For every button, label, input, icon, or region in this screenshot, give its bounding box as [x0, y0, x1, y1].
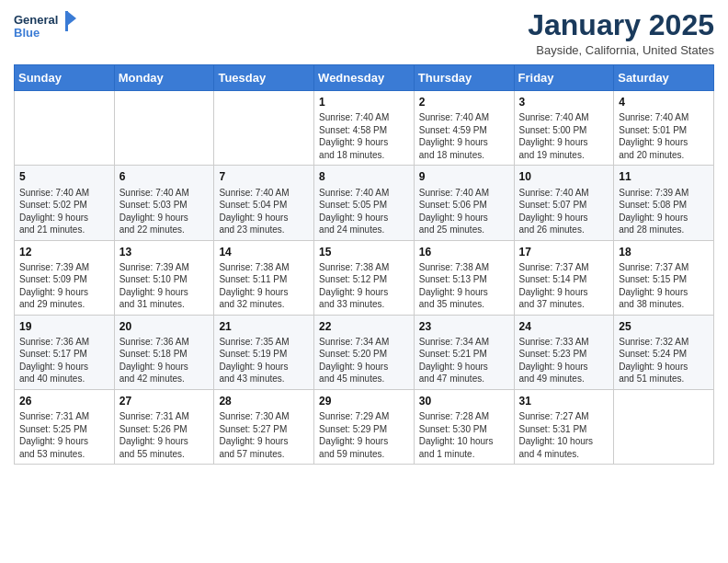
- week-row-1: 1Sunrise: 7:40 AM Sunset: 4:58 PM Daylig…: [15, 91, 714, 166]
- calendar-cell: 22Sunrise: 7:34 AM Sunset: 5:20 PM Dayli…: [314, 315, 415, 389]
- calendar-cell: 24Sunrise: 7:33 AM Sunset: 5:23 PM Dayli…: [514, 315, 614, 389]
- month-title: January 2025: [528, 9, 714, 41]
- day-number: 6: [119, 169, 210, 184]
- day-info: Sunrise: 7:31 AM Sunset: 5:26 PM Dayligh…: [119, 410, 210, 460]
- day-info: Sunrise: 7:39 AM Sunset: 5:08 PM Dayligh…: [619, 187, 709, 236]
- day-info: Sunrise: 7:38 AM Sunset: 5:11 PM Dayligh…: [219, 261, 309, 311]
- weekday-header-wednesday: Wednesday: [314, 65, 415, 91]
- day-info: Sunrise: 7:34 AM Sunset: 5:20 PM Dayligh…: [319, 336, 409, 385]
- day-info: Sunrise: 7:39 AM Sunset: 5:09 PM Dayligh…: [19, 261, 109, 311]
- day-number: 8: [319, 169, 409, 184]
- day-info: Sunrise: 7:28 AM Sunset: 5:30 PM Dayligh…: [419, 410, 509, 460]
- title-block: January 2025 Bayside, California, United…: [528, 9, 714, 57]
- day-info: Sunrise: 7:30 AM Sunset: 5:27 PM Dayligh…: [219, 410, 309, 460]
- day-info: Sunrise: 7:34 AM Sunset: 5:21 PM Dayligh…: [419, 336, 509, 385]
- day-number: 4: [619, 95, 709, 109]
- day-number: 1: [319, 95, 409, 109]
- weekday-header-friday: Friday: [514, 65, 614, 91]
- week-row-3: 12Sunrise: 7:39 AM Sunset: 5:09 PM Dayli…: [15, 240, 714, 315]
- day-info: Sunrise: 7:35 AM Sunset: 5:19 PM Dayligh…: [219, 336, 309, 385]
- calendar-cell: [114, 91, 214, 166]
- calendar-cell: [15, 91, 115, 166]
- calendar-cell: 27Sunrise: 7:31 AM Sunset: 5:26 PM Dayli…: [114, 389, 214, 464]
- day-info: Sunrise: 7:40 AM Sunset: 5:03 PM Dayligh…: [119, 187, 210, 236]
- calendar-cell: 13Sunrise: 7:39 AM Sunset: 5:10 PM Dayli…: [114, 240, 214, 315]
- week-row-2: 5Sunrise: 7:40 AM Sunset: 5:02 PM Daylig…: [15, 166, 714, 240]
- svg-marker-2: [67, 11, 76, 26]
- day-number: 30: [419, 394, 509, 408]
- day-info: Sunrise: 7:37 AM Sunset: 5:14 PM Dayligh…: [519, 261, 609, 311]
- location: Bayside, California, United States: [528, 43, 714, 57]
- calendar-cell: 8Sunrise: 7:40 AM Sunset: 5:05 PM Daylig…: [314, 166, 415, 240]
- calendar-cell: 18Sunrise: 7:37 AM Sunset: 5:15 PM Dayli…: [614, 240, 714, 315]
- day-info: Sunrise: 7:31 AM Sunset: 5:25 PM Dayligh…: [19, 410, 109, 460]
- day-number: 19: [19, 319, 109, 334]
- weekday-header-monday: Monday: [114, 65, 214, 91]
- day-info: Sunrise: 7:40 AM Sunset: 5:06 PM Dayligh…: [419, 187, 509, 236]
- calendar: SundayMondayTuesdayWednesdayThursdayFrid…: [14, 64, 714, 465]
- calendar-cell: 31Sunrise: 7:27 AM Sunset: 5:31 PM Dayli…: [514, 389, 614, 464]
- svg-text:General: General: [14, 13, 58, 27]
- calendar-cell: 14Sunrise: 7:38 AM Sunset: 5:11 PM Dayli…: [214, 240, 314, 315]
- calendar-cell: 11Sunrise: 7:39 AM Sunset: 5:08 PM Dayli…: [614, 166, 714, 240]
- day-info: Sunrise: 7:32 AM Sunset: 5:24 PM Dayligh…: [619, 336, 709, 385]
- day-number: 23: [419, 319, 509, 334]
- calendar-cell: [214, 91, 314, 166]
- day-number: 14: [219, 245, 309, 259]
- week-row-4: 19Sunrise: 7:36 AM Sunset: 5:17 PM Dayli…: [15, 315, 714, 389]
- day-info: Sunrise: 7:36 AM Sunset: 5:18 PM Dayligh…: [119, 336, 210, 385]
- day-info: Sunrise: 7:36 AM Sunset: 5:17 PM Dayligh…: [19, 336, 109, 385]
- day-info: Sunrise: 7:38 AM Sunset: 5:12 PM Dayligh…: [319, 261, 409, 311]
- calendar-cell: 6Sunrise: 7:40 AM Sunset: 5:03 PM Daylig…: [114, 166, 214, 240]
- calendar-cell: 12Sunrise: 7:39 AM Sunset: 5:09 PM Dayli…: [15, 240, 115, 315]
- day-info: Sunrise: 7:27 AM Sunset: 5:31 PM Dayligh…: [519, 410, 609, 460]
- day-number: 13: [119, 245, 210, 259]
- calendar-cell: 15Sunrise: 7:38 AM Sunset: 5:12 PM Dayli…: [314, 240, 415, 315]
- calendar-cell: 30Sunrise: 7:28 AM Sunset: 5:30 PM Dayli…: [414, 389, 514, 464]
- day-info: Sunrise: 7:40 AM Sunset: 5:04 PM Dayligh…: [219, 187, 309, 236]
- calendar-cell: [614, 389, 714, 464]
- weekday-header-saturday: Saturday: [614, 65, 714, 91]
- day-info: Sunrise: 7:40 AM Sunset: 5:05 PM Dayligh…: [319, 187, 409, 236]
- calendar-cell: 23Sunrise: 7:34 AM Sunset: 5:21 PM Dayli…: [414, 315, 514, 389]
- day-info: Sunrise: 7:40 AM Sunset: 5:02 PM Dayligh…: [19, 187, 109, 236]
- day-number: 3: [519, 95, 609, 109]
- calendar-cell: 21Sunrise: 7:35 AM Sunset: 5:19 PM Dayli…: [214, 315, 314, 389]
- day-number: 20: [119, 319, 210, 334]
- calendar-cell: 16Sunrise: 7:38 AM Sunset: 5:13 PM Dayli…: [414, 240, 514, 315]
- day-number: 29: [319, 394, 409, 408]
- day-info: Sunrise: 7:40 AM Sunset: 5:07 PM Dayligh…: [519, 187, 609, 236]
- day-info: Sunrise: 7:39 AM Sunset: 5:10 PM Dayligh…: [119, 261, 210, 311]
- day-number: 17: [519, 245, 609, 259]
- week-row-5: 26Sunrise: 7:31 AM Sunset: 5:25 PM Dayli…: [15, 389, 714, 464]
- day-number: 2: [419, 95, 509, 109]
- calendar-cell: 5Sunrise: 7:40 AM Sunset: 5:02 PM Daylig…: [15, 166, 115, 240]
- calendar-cell: 10Sunrise: 7:40 AM Sunset: 5:07 PM Dayli…: [514, 166, 614, 240]
- weekday-header-thursday: Thursday: [414, 65, 514, 91]
- day-info: Sunrise: 7:37 AM Sunset: 5:15 PM Dayligh…: [619, 261, 709, 311]
- day-number: 21: [219, 319, 309, 334]
- day-number: 9: [419, 169, 509, 184]
- calendar-cell: 2Sunrise: 7:40 AM Sunset: 4:59 PM Daylig…: [414, 91, 514, 166]
- day-number: 31: [519, 394, 609, 408]
- calendar-cell: 25Sunrise: 7:32 AM Sunset: 5:24 PM Dayli…: [614, 315, 714, 389]
- day-number: 15: [319, 245, 409, 259]
- day-info: Sunrise: 7:40 AM Sunset: 4:59 PM Dayligh…: [419, 111, 509, 161]
- logo-svg: General Blue: [14, 9, 78, 42]
- day-number: 7: [219, 169, 309, 184]
- calendar-cell: 28Sunrise: 7:30 AM Sunset: 5:27 PM Dayli…: [214, 389, 314, 464]
- logo: General Blue: [14, 9, 78, 42]
- calendar-cell: 17Sunrise: 7:37 AM Sunset: 5:14 PM Dayli…: [514, 240, 614, 315]
- svg-text:Blue: Blue: [14, 26, 40, 40]
- day-number: 5: [19, 169, 109, 184]
- day-number: 25: [619, 319, 709, 334]
- day-number: 24: [519, 319, 609, 334]
- calendar-cell: 7Sunrise: 7:40 AM Sunset: 5:04 PM Daylig…: [214, 166, 314, 240]
- calendar-cell: 1Sunrise: 7:40 AM Sunset: 4:58 PM Daylig…: [314, 91, 415, 166]
- day-number: 11: [619, 169, 709, 184]
- day-info: Sunrise: 7:40 AM Sunset: 4:58 PM Dayligh…: [319, 111, 409, 161]
- day-number: 22: [319, 319, 409, 334]
- day-info: Sunrise: 7:40 AM Sunset: 5:01 PM Dayligh…: [619, 111, 709, 161]
- day-number: 18: [619, 245, 709, 259]
- calendar-cell: 3Sunrise: 7:40 AM Sunset: 5:00 PM Daylig…: [514, 91, 614, 166]
